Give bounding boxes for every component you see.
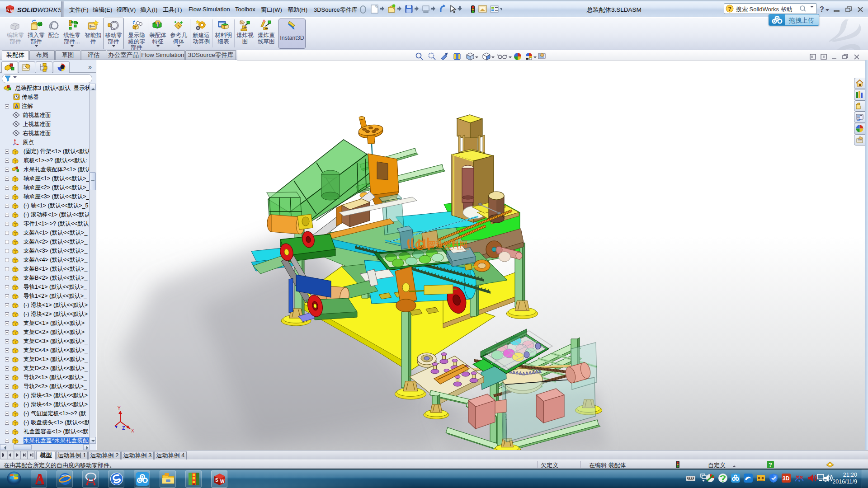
svg-text:INTELLIGENT MANUFACTURING DATA: INTELLIGENT MANUFACTURING DATA [428, 248, 470, 251]
svg-text:A: A [15, 103, 19, 109]
svg-text:X: X [131, 428, 134, 433]
svg-text:智造资料网: 智造资料网 [427, 240, 467, 249]
svg-text:Y: Y [118, 406, 121, 411]
svg-text:Z: Z [122, 425, 125, 431]
svg-text:?: ? [728, 6, 731, 12]
svg-text:S: S [6, 8, 9, 12]
svg-text:3D: 3D [783, 475, 790, 482]
svg-text:?: ? [769, 461, 772, 468]
svg-text:W: W [10, 9, 14, 13]
svg-text:S: S [215, 478, 218, 483]
svg-text:W: W [220, 479, 225, 484]
svg-text:?: ? [820, 5, 824, 13]
